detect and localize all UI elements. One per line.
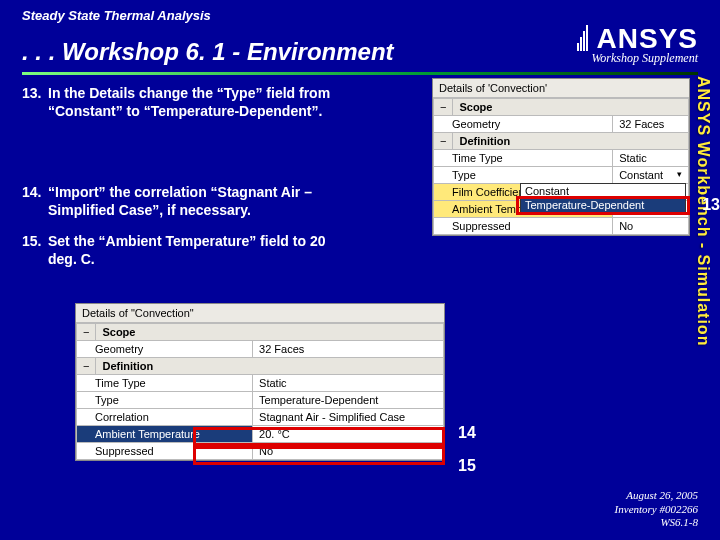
callout-14: 14 [458,424,476,442]
collapse-icon[interactable]: − [434,99,453,116]
scope-header-b: Scope [96,324,444,341]
timetype-label: Time Type [434,150,613,167]
correlation-value[interactable]: Stagnant Air - Simplified Case [253,409,444,426]
brand-block: ANSYS Workshop Supplement [577,25,698,66]
step-14: 14.“Import” the correlation “Stagnant Ai… [22,184,372,219]
collapse-icon[interactable]: − [77,358,96,375]
brand-text: ANSYS [597,23,698,54]
step-13-num: 13. [22,85,48,103]
callout-15: 15 [458,457,476,475]
type-label-b: Type [77,392,253,409]
step-14-body: “Import” the correlation “Stagnant Air –… [48,184,348,219]
scope-header: Scope [453,99,689,116]
step-15: 15.Set the “Ambient Temperature” field t… [22,233,372,268]
definition-header: Definition [453,133,689,150]
panel-a-title: Details of 'Convection' [433,79,689,98]
step-14-num: 14. [22,184,48,202]
suppressed-label: Suppressed [434,218,613,235]
supplement-label: Workshop Supplement [577,51,698,66]
step-15-num: 15. [22,233,48,251]
step-13-body: In the Details change the “Type” field f… [48,85,348,120]
geometry-label-b: Geometry [77,341,253,358]
pretitle: Steady State Thermal Analysis [22,8,698,23]
ansys-logo: ANSYS [577,25,698,51]
suppressed-value[interactable]: No [613,218,689,235]
step-13: 13.In the Details change the “Type” fiel… [22,85,372,120]
geometry-label: Geometry [434,116,613,133]
panel-b-title: Details of "Convection" [76,304,444,323]
timetype-value-b[interactable]: Static [253,375,444,392]
type-label: Type [434,167,613,184]
highlight-box-14 [193,427,445,446]
type-value-text: Constant [619,169,663,181]
step-15-body: Set the “Ambient Temperature” field to 2… [48,233,348,268]
timetype-value[interactable]: Static [613,150,689,167]
collapse-icon[interactable]: − [77,324,96,341]
footer-date: August 26, 2005 [615,489,698,503]
highlight-box-15 [193,446,445,465]
footer-inventory: Inventory #002266 [615,503,698,517]
geometry-value-b[interactable]: 32 Faces [253,341,444,358]
geometry-value[interactable]: 32 Faces [613,116,689,133]
page-title: . . . Workshop 6. 1 - Environment [22,38,394,66]
highlight-box-13 [516,196,690,215]
correlation-label: Correlation [77,409,253,426]
type-value[interactable]: Constant ▾ [613,167,689,184]
definition-header-b: Definition [96,358,444,375]
timetype-label-b: Time Type [77,375,253,392]
chevron-down-icon[interactable]: ▾ [677,169,682,179]
type-value-b[interactable]: Temperature-Dependent [253,392,444,409]
footer-page: WS6.1-8 [615,516,698,530]
callout-13: 13 [702,196,720,214]
collapse-icon[interactable]: − [434,133,453,150]
footer: August 26, 2005 Inventory #002266 WS6.1-… [615,489,698,530]
